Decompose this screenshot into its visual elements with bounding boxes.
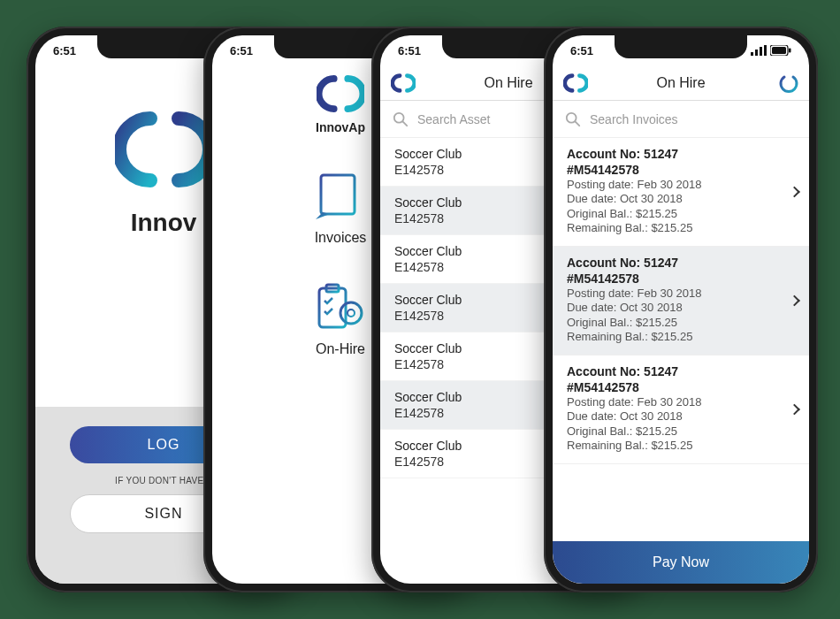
list-item[interactable]: Account No: 51247 #M54142578 Posting dat… [553,138,809,247]
search-bar[interactable]: Search Invoices [553,101,809,138]
top-bar: On Hire [553,65,809,101]
phone-invoice-list: 6:51 On Hir [544,27,818,592]
app-logo-icon [563,73,588,94]
svg-point-7 [347,310,355,317]
search-placeholder: Search Invoices [590,112,678,126]
svg-point-6 [340,302,362,324]
notch [615,35,747,58]
invoices-icon [314,170,367,223]
search-icon [565,111,581,127]
svg-rect-0 [321,175,355,214]
battery-icon [770,45,791,56]
app-logo-icon [391,73,416,94]
page-title: On Hire [553,75,809,91]
status-time: 6:51 [570,44,593,57]
menu-item-invoices[interactable]: Invoices [314,170,367,246]
search-placeholder: Search Asset [417,112,491,126]
menu-label: Invoices [315,230,367,246]
pay-now-label: Pay Now [653,554,709,570]
signal-icon [751,45,767,56]
svg-rect-14 [751,52,753,56]
svg-line-13 [403,121,408,126]
svg-rect-20 [789,49,791,53]
svg-point-22 [567,112,577,122]
app-logo-icon [317,74,364,113]
svg-line-23 [576,121,580,126]
status-time: 6:51 [230,44,253,57]
menu-label: On-Hire [316,341,365,357]
status-time: 6:51 [398,44,421,57]
menu-item-onhire[interactable]: On-Hire [314,281,367,357]
power-icon [777,71,800,94]
onhire-icon [314,281,367,334]
app-logo-icon [115,110,212,189]
list-item[interactable]: Account No: 51247 #M54142578 Posting dat… [553,355,809,464]
pay-now-button[interactable]: Pay Now [553,541,809,584]
list-item[interactable]: Account No: 51247 #M54142578 Posting dat… [553,247,809,355]
status-time: 6:51 [53,44,76,57]
status-icons [751,45,791,56]
svg-rect-17 [764,45,767,56]
svg-rect-15 [755,50,758,56]
svg-rect-16 [760,47,762,56]
svg-point-12 [394,112,404,122]
power-button[interactable] [777,71,800,97]
invoice-list: Account No: 51247 #M54142578 Posting dat… [553,138,809,541]
svg-rect-19 [772,47,786,54]
search-icon [393,111,409,127]
